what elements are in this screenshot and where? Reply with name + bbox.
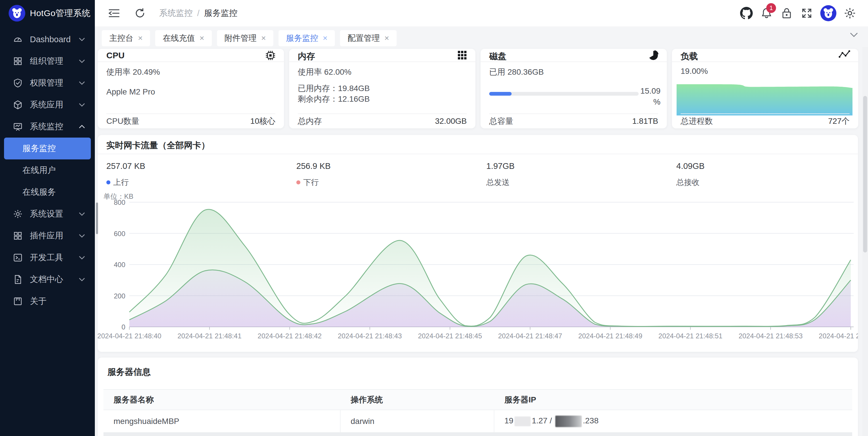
fullscreen-icon[interactable] [800,7,813,20]
sidebar-item-org[interactable]: 组织管理 [0,50,95,72]
cube-icon [13,100,23,110]
lock-icon[interactable] [780,7,793,20]
refresh-icon[interactable] [133,7,147,20]
sidebar-item-online-users[interactable]: 在线用户 [4,159,91,181]
collapse-sidebar-icon[interactable] [107,7,121,20]
sidebar: HotGo管理系统 Dashboard 组织管理 权限管理 系统应用 系统监控 [0,0,95,436]
svg-text:800: 800 [114,198,125,206]
tab-label: 在线充值 [163,33,195,44]
disk-progress-fill [489,92,512,96]
notifications-bell-icon[interactable]: 1 [760,7,773,20]
disk-footer-value: 1.81TB [632,116,658,126]
tab-service-monitor[interactable]: 服务监控 × [279,30,335,46]
memory-footer-label: 总内存 [298,116,322,127]
sidebar-item-settings[interactable]: 系统设置 [0,203,95,225]
disk-used: 已用 280.36GB [489,67,544,77]
close-icon[interactable]: × [323,34,328,43]
tab-list-chevron-down-icon[interactable] [849,32,858,37]
svg-text:2024-04-21 21:48:40: 2024-04-21 21:48:40 [98,332,161,340]
page-scrollbar-track[interactable] [862,47,868,436]
close-icon[interactable]: × [261,34,266,43]
sidebar-nav: Dashboard 组织管理 权限管理 系统应用 系统监控 服务监控 在线用户 [0,28,95,312]
sidebar-item-online-services[interactable]: 在线服务 [4,181,91,203]
memory-card: 内存 使用率 62.00% 已用内存：19.84GB 剩余内存：12.16GB … [289,49,475,128]
pie-chart-icon [648,50,659,61]
close-icon[interactable]: × [138,34,143,43]
column-header-ip: 服务器IP [494,394,852,405]
sidebar-item-label: 插件应用 [30,230,63,241]
svg-text:600: 600 [114,230,125,238]
tab-online-recharge[interactable]: 在线充值 × [155,30,212,46]
cpu-footer-value: 10核心 [250,116,275,127]
breadcrumb-parent[interactable]: 系统监控 [159,7,192,19]
app-logo-row[interactable]: HotGo管理系统 [0,0,95,26]
sidebar-item-label: 系统设置 [30,208,63,220]
top-header: 系统监控 / 服务监控 1 [95,0,868,26]
cpu-chip-icon [265,50,276,61]
svg-text:2024-04-21 21:48:55: 2024-04-21 21:48:55 [819,332,858,340]
shield-check-icon [13,78,23,88]
sidebar-item-service-monitor[interactable]: 服务监控 [4,138,91,159]
load-footer-value: 727个 [828,116,849,127]
traffic-area-chart: 02004006008002024-04-21 21:48:402024-04-… [98,135,858,352]
disk-card-title: 磁盘 [489,51,506,62]
load-sparkline-chart [672,49,858,118]
sidebar-item-label: Dashboard [30,35,71,44]
tab-dashboard[interactable]: 主控台 × [102,30,150,46]
load-card: 负载 19.00% 总进程数 727个 [672,49,858,128]
sidebar-item-label: 在线服务 [23,187,56,198]
close-icon[interactable]: × [199,34,204,43]
sidebar-item-dashboard[interactable]: Dashboard [0,28,95,50]
user-avatar[interactable] [820,5,836,21]
sidebar-item-dev-tools[interactable]: 开发工具 [0,247,95,269]
table-next-row-strip [103,432,852,436]
chevron-down-icon [79,256,85,260]
sidebar-item-docs[interactable]: 文档中心 [0,269,95,290]
server-os-cell: darwin [341,410,494,432]
traffic-card: 实时网卡流量（全部网卡） 257.07 KB 上行 256.9 KB 下行 1.… [98,135,858,352]
tab-bar: 主控台 × 在线充值 × 附件管理 × 服务监控 × 配置管理 × [95,26,868,47]
project-frame-icon [13,296,23,306]
page-scrollbar-thumb[interactable] [863,96,867,253]
chevron-up-icon [79,125,85,129]
column-header-os: 操作系统 [341,394,494,405]
tab-attachments[interactable]: 附件管理 × [217,30,273,46]
tab-config[interactable]: 配置管理 × [340,30,396,46]
sidebar-item-label: 在线用户 [23,165,56,176]
monitor-chart-icon [13,122,23,132]
load-footer-label: 总进程数 [681,116,713,127]
cpu-usage: 使用率 20.49% [106,67,160,77]
memory-used: 已用内存：19.84GB [298,83,370,94]
sidebar-item-about[interactable]: 关于 [0,290,95,312]
sidebar-scrollbar-thumb[interactable] [96,202,98,234]
breadcrumb-separator: / [197,9,199,18]
server-info-title: 服务器信息 [107,366,151,378]
svg-text:400: 400 [114,261,125,269]
sidebar-item-plugins[interactable]: 插件应用 [0,225,95,247]
cpu-card-title: CPU [106,51,124,60]
app-title: HotGo管理系统 [30,7,91,19]
github-icon[interactable] [740,7,753,20]
tab-label: 服务监控 [286,33,318,44]
settings-gear-icon[interactable] [843,7,857,20]
svg-text:2024-04-21 21:48:53: 2024-04-21 21:48:53 [739,332,803,340]
redacted-ip-segment [555,415,582,427]
chevron-down-icon [79,212,85,216]
cpu-card: CPU 使用率 20.49% Apple M2 Pro CPU数量 10核心 [98,49,284,128]
sidebar-item-label: 关于 [30,296,46,307]
breadcrumb: 系统监控 / 服务监控 [159,7,238,19]
memory-card-title: 内存 [298,51,315,62]
tab-label: 附件管理 [224,33,257,44]
chevron-down-icon [79,278,85,281]
grid-icon [13,56,23,66]
sidebar-item-monitor[interactable]: 系统监控 [0,116,95,138]
sidebar-item-system-app[interactable]: 系统应用 [0,94,95,116]
chevron-down-icon [79,60,85,63]
sidebar-item-permission[interactable]: 权限管理 [0,72,95,94]
sidebar-item-label: 系统监控 [30,121,63,132]
server-name-cell: mengshuaideMBP [103,410,341,432]
disk-card: 磁盘 已用 280.36GB 15.09 % 总容量 1.81TB [480,49,667,128]
sidebar-item-label: 组织管理 [30,56,63,67]
chevron-down-icon [79,81,85,85]
close-icon[interactable]: × [384,34,389,43]
